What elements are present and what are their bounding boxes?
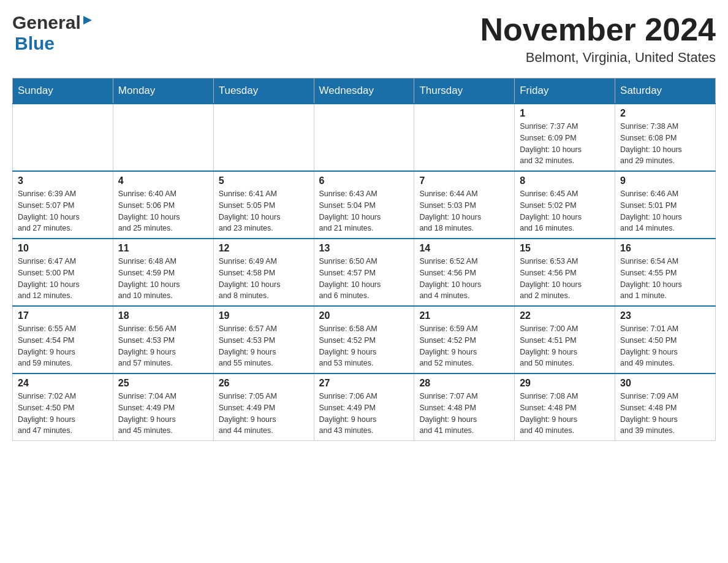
- day-number: 16: [620, 243, 710, 254]
- day-info: Sunrise: 6:43 AM Sunset: 5:04 PM Dayligh…: [319, 188, 409, 234]
- calendar-cell: 4Sunrise: 6:40 AM Sunset: 5:06 PM Daylig…: [113, 171, 213, 239]
- logo-general-text: General: [12, 12, 81, 33]
- day-header-saturday: Saturday: [615, 79, 716, 104]
- day-info: Sunrise: 6:59 AM Sunset: 4:52 PM Dayligh…: [419, 323, 509, 369]
- calendar-cell: 11Sunrise: 6:48 AM Sunset: 4:59 PM Dayli…: [113, 239, 213, 306]
- calendar-cell: 19Sunrise: 6:57 AM Sunset: 4:53 PM Dayli…: [213, 306, 314, 373]
- day-number: 19: [219, 310, 309, 321]
- day-info: Sunrise: 7:08 AM Sunset: 4:48 PM Dayligh…: [520, 391, 610, 437]
- day-info: Sunrise: 6:58 AM Sunset: 4:52 PM Dayligh…: [319, 323, 409, 369]
- title-block: November 2024 Belmont, Virginia, United …: [480, 12, 716, 66]
- calendar-cell: [113, 104, 213, 171]
- calendar-cell: 9Sunrise: 6:46 AM Sunset: 5:01 PM Daylig…: [615, 171, 716, 239]
- day-header-friday: Friday: [515, 79, 615, 104]
- calendar-cell: 25Sunrise: 7:04 AM Sunset: 4:49 PM Dayli…: [113, 373, 213, 441]
- calendar-cell: 20Sunrise: 6:58 AM Sunset: 4:52 PM Dayli…: [314, 306, 414, 373]
- day-number: 10: [18, 243, 108, 254]
- day-info: Sunrise: 6:48 AM Sunset: 4:59 PM Dayligh…: [118, 256, 208, 302]
- day-number: 26: [219, 378, 309, 389]
- calendar-cell: 27Sunrise: 7:06 AM Sunset: 4:49 PM Dayli…: [314, 373, 414, 441]
- day-info: Sunrise: 6:40 AM Sunset: 5:06 PM Dayligh…: [118, 188, 208, 234]
- day-info: Sunrise: 7:00 AM Sunset: 4:51 PM Dayligh…: [520, 323, 610, 369]
- day-number: 21: [419, 310, 509, 321]
- day-info: Sunrise: 6:49 AM Sunset: 4:58 PM Dayligh…: [219, 256, 309, 302]
- week-row-1: 1Sunrise: 7:37 AM Sunset: 6:09 PM Daylig…: [13, 104, 716, 171]
- day-info: Sunrise: 6:46 AM Sunset: 5:01 PM Dayligh…: [620, 188, 710, 234]
- week-row-4: 17Sunrise: 6:55 AM Sunset: 4:54 PM Dayli…: [13, 306, 716, 373]
- logo-blue-text: Blue: [15, 33, 55, 54]
- day-info: Sunrise: 6:44 AM Sunset: 5:03 PM Dayligh…: [419, 188, 509, 234]
- day-number: 5: [219, 175, 309, 186]
- page-header: General Blue November 2024 Belmont, Virg…: [12, 12, 716, 66]
- day-number: 15: [520, 243, 610, 254]
- day-info: Sunrise: 7:06 AM Sunset: 4:49 PM Dayligh…: [319, 391, 409, 437]
- day-info: Sunrise: 6:57 AM Sunset: 4:53 PM Dayligh…: [219, 323, 309, 369]
- calendar-cell: 18Sunrise: 6:56 AM Sunset: 4:53 PM Dayli…: [113, 306, 213, 373]
- svg-marker-0: [83, 16, 92, 25]
- calendar-cell: 5Sunrise: 6:41 AM Sunset: 5:05 PM Daylig…: [213, 171, 314, 239]
- day-info: Sunrise: 6:56 AM Sunset: 4:53 PM Dayligh…: [118, 323, 208, 369]
- days-of-week-row: SundayMondayTuesdayWednesdayThursdayFrid…: [13, 79, 716, 104]
- day-info: Sunrise: 7:09 AM Sunset: 4:48 PM Dayligh…: [620, 391, 710, 437]
- day-number: 6: [319, 175, 409, 186]
- day-header-tuesday: Tuesday: [213, 79, 314, 104]
- day-info: Sunrise: 6:50 AM Sunset: 4:57 PM Dayligh…: [319, 256, 409, 302]
- day-info: Sunrise: 6:53 AM Sunset: 4:56 PM Dayligh…: [520, 256, 610, 302]
- day-info: Sunrise: 6:39 AM Sunset: 5:07 PM Dayligh…: [18, 188, 108, 234]
- day-number: 8: [520, 175, 610, 186]
- logo-arrow-icon: [81, 13, 94, 29]
- calendar-cell: 13Sunrise: 6:50 AM Sunset: 4:57 PM Dayli…: [314, 239, 414, 306]
- calendar-cell: [13, 104, 113, 171]
- calendar-cell: [414, 104, 515, 171]
- day-info: Sunrise: 6:55 AM Sunset: 4:54 PM Dayligh…: [18, 323, 108, 369]
- month-title: November 2024: [480, 12, 716, 47]
- day-number: 20: [319, 310, 409, 321]
- day-header-sunday: Sunday: [13, 79, 113, 104]
- calendar-cell: 24Sunrise: 7:02 AM Sunset: 4:50 PM Dayli…: [13, 373, 113, 441]
- day-info: Sunrise: 6:47 AM Sunset: 5:00 PM Dayligh…: [18, 256, 108, 302]
- day-header-wednesday: Wednesday: [314, 79, 414, 104]
- day-number: 7: [419, 175, 509, 186]
- calendar-cell: 22Sunrise: 7:00 AM Sunset: 4:51 PM Dayli…: [515, 306, 615, 373]
- calendar-cell: 2Sunrise: 7:38 AM Sunset: 6:08 PM Daylig…: [615, 104, 716, 171]
- calendar-cell: 3Sunrise: 6:39 AM Sunset: 5:07 PM Daylig…: [13, 171, 113, 239]
- day-number: 3: [18, 175, 108, 186]
- calendar-cell: [314, 104, 414, 171]
- day-info: Sunrise: 6:52 AM Sunset: 4:56 PM Dayligh…: [419, 256, 509, 302]
- day-number: 28: [419, 378, 509, 389]
- day-number: 18: [118, 310, 208, 321]
- day-info: Sunrise: 6:45 AM Sunset: 5:02 PM Dayligh…: [520, 188, 610, 234]
- calendar-cell: 17Sunrise: 6:55 AM Sunset: 4:54 PM Dayli…: [13, 306, 113, 373]
- day-number: 17: [18, 310, 108, 321]
- day-number: 13: [319, 243, 409, 254]
- day-info: Sunrise: 7:37 AM Sunset: 6:09 PM Dayligh…: [520, 121, 610, 167]
- calendar-cell: 28Sunrise: 7:07 AM Sunset: 4:48 PM Dayli…: [414, 373, 515, 441]
- day-info: Sunrise: 7:05 AM Sunset: 4:49 PM Dayligh…: [219, 391, 309, 437]
- week-row-3: 10Sunrise: 6:47 AM Sunset: 5:00 PM Dayli…: [13, 239, 716, 306]
- calendar-cell: 6Sunrise: 6:43 AM Sunset: 5:04 PM Daylig…: [314, 171, 414, 239]
- day-number: 4: [118, 175, 208, 186]
- day-number: 30: [620, 378, 710, 389]
- location-text: Belmont, Virginia, United States: [480, 50, 716, 66]
- calendar-cell: 26Sunrise: 7:05 AM Sunset: 4:49 PM Dayli…: [213, 373, 314, 441]
- day-number: 1: [520, 108, 610, 119]
- day-info: Sunrise: 7:38 AM Sunset: 6:08 PM Dayligh…: [620, 121, 710, 167]
- calendar-cell: 15Sunrise: 6:53 AM Sunset: 4:56 PM Dayli…: [515, 239, 615, 306]
- day-info: Sunrise: 7:04 AM Sunset: 4:49 PM Dayligh…: [118, 391, 208, 437]
- day-number: 29: [520, 378, 610, 389]
- day-number: 23: [620, 310, 710, 321]
- day-info: Sunrise: 6:54 AM Sunset: 4:55 PM Dayligh…: [620, 256, 710, 302]
- calendar-cell: 1Sunrise: 7:37 AM Sunset: 6:09 PM Daylig…: [515, 104, 615, 171]
- day-number: 9: [620, 175, 710, 186]
- calendar-cell: 14Sunrise: 6:52 AM Sunset: 4:56 PM Dayli…: [414, 239, 515, 306]
- day-header-thursday: Thursday: [414, 79, 515, 104]
- day-info: Sunrise: 7:02 AM Sunset: 4:50 PM Dayligh…: [18, 391, 108, 437]
- day-number: 27: [319, 378, 409, 389]
- calendar-cell: 16Sunrise: 6:54 AM Sunset: 4:55 PM Dayli…: [615, 239, 716, 306]
- day-number: 25: [118, 378, 208, 389]
- day-number: 24: [18, 378, 108, 389]
- calendar-table: SundayMondayTuesdayWednesdayThursdayFrid…: [12, 78, 716, 441]
- day-info: Sunrise: 7:07 AM Sunset: 4:48 PM Dayligh…: [419, 391, 509, 437]
- calendar-cell: 10Sunrise: 6:47 AM Sunset: 5:00 PM Dayli…: [13, 239, 113, 306]
- day-header-monday: Monday: [113, 79, 213, 104]
